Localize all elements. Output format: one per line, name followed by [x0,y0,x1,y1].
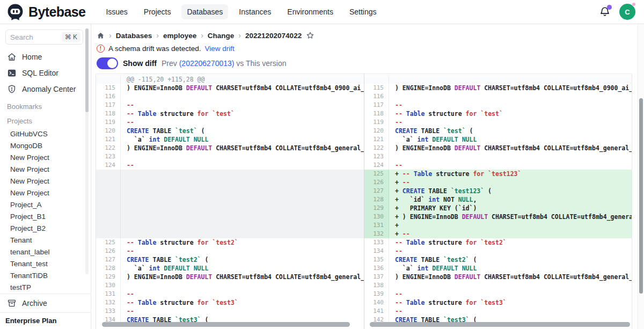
sidebar-project-item[interactable]: Project_A [0,199,91,211]
breadcrumb-item[interactable]: Databases [116,32,152,40]
prev-version-link[interactable]: (202206270013) [179,59,235,68]
avatar[interactable]: C [619,4,635,20]
code-token: for [197,239,209,246]
sidebar-item-home[interactable]: Home [0,49,91,65]
code-token: -- [395,162,402,169]
line-number: 138 [364,281,389,290]
sidebar-project-item[interactable]: Tenant_test [0,258,91,270]
code-token: Table [406,239,425,246]
home-icon[interactable] [97,32,105,40]
breadcrumb-separator: › [238,31,241,40]
show-diff-toggle[interactable] [97,57,118,69]
code-token: -- [127,247,134,255]
line-number: 132 [364,230,389,238]
code-token: CHARSET=utf8mb4 COLLATE=utf8mb4_0900_ai_… [480,84,632,92]
breadcrumb-separator: › [109,31,112,40]
line-number: 117 [96,101,121,109]
sidebar-project-item[interactable]: Project_B2 [0,223,91,235]
sidebar-project-item[interactable]: TenantTiDB [0,270,91,282]
sidebar-project-item[interactable]: tenant_label [0,246,91,258]
code-token: structure [425,299,465,306]
sidebar-project-item[interactable]: testTP [0,282,91,294]
code-line: -- [389,290,632,298]
breadcrumb-item[interactable]: employee [163,32,196,40]
search-input[interactable] [10,33,56,41]
sidebar-item-anomaly-center[interactable]: Anomaly Center [0,81,91,97]
line-number: 132 [96,298,121,307]
sidebar-item-archive[interactable]: Archive [0,294,91,312]
code-token: CHARSET=utf8mb4 COLLATE=utf8mb4_general_… [212,144,364,152]
nav-item-settings[interactable]: Settings [344,4,382,19]
code-line [121,195,364,204]
view-drift-link[interactable]: View drift [205,45,235,53]
prev-label: Prev [162,59,177,68]
code-token: ) ENGINE=InnoDB [402,213,462,221]
line-number [96,75,121,84]
line-number: 125 [364,170,389,178]
notification-badge [607,5,612,10]
line-number: 133 [96,307,121,316]
sidebar-project-item[interactable]: New Project [0,187,91,199]
sidebar-item-sql-editor[interactable]: SQL Editor [0,65,91,81]
diff-row: 122) ENGINE=InnoDB DEFAULT CHARSET=utf8m… [96,144,364,152]
code-token: + [395,230,402,238]
code-token: CHARSET=utf8mb4 COLLATE=utf8mb4_general_… [480,273,632,281]
line-number: 119 [96,118,121,127]
line-number: 136 [364,264,389,273]
sidebar-scrollbar-thumb[interactable] [85,28,89,112]
sidebar-project-item[interactable]: MongoDB [0,140,91,152]
line-number: 127 [96,255,121,264]
nav-item-projects[interactable]: Projects [138,4,177,19]
breadcrumb-item[interactable]: 20221202074022 [245,32,302,40]
code-token: -- [395,239,406,246]
sidebar-project-item[interactable]: GitHubVCS [0,128,91,140]
line-number: 115 [96,84,121,92]
nav-item-issues[interactable]: Issues [100,4,133,19]
code-token: TABLE [418,256,443,264]
diff-row: 126-- [96,247,364,255]
top-navbar: Bytebase IssuesProjectsDatabasesInstance… [0,0,644,24]
line-number [96,187,121,195]
code-line: -- [121,118,364,127]
diff-row: 131-- [96,290,364,298]
line-number: 120 [364,127,389,135]
line-number: 120 [96,127,121,135]
search-box[interactable]: ⌘ K [5,30,83,45]
code-token: for [466,239,477,246]
sidebar-project-item[interactable]: New Project [0,176,91,187]
code-token: -- [395,290,402,298]
line-number: 134 [364,247,389,255]
code-token: CHARSET=utf8mb4 COLLATE=utf8mb4_general_… [480,144,632,152]
star-icon[interactable] [306,31,314,40]
code-token: ( [197,127,205,135]
sidebar-project-item[interactable]: Project_B1 [0,211,91,223]
code-line: CREATE TABLE `test2` ( [121,255,364,264]
sidebar-project-item[interactable]: New Project [0,164,91,176]
code-line: -- [389,118,632,127]
nav-item-environments[interactable]: Environments [282,4,339,19]
code-token: ( [201,256,208,264]
nav-item-instances[interactable]: Instances [233,4,276,19]
right-horizontal-scrollbar[interactable] [370,322,630,327]
code-token: -- [127,110,138,118]
line-number [96,221,121,230]
diff-row: 120CREATE TABLE `test` ( [364,127,632,135]
code-token: -- [395,299,406,306]
code-token: Table [138,110,157,118]
code-token: -- [127,290,134,298]
breadcrumb-item[interactable]: Change [208,32,235,40]
diff-row: 116 [364,92,632,101]
brand[interactable]: Bytebase [0,3,85,21]
sidebar-project-item[interactable]: Tenant [0,235,91,246]
code-line: + CREATE TABLE `test123` ( [389,187,632,195]
left-horizontal-scrollbar[interactable] [102,322,350,327]
brand-name: Bytebase [28,4,85,20]
diff-row [364,75,632,84]
diff-row [96,204,364,213]
page-scrollbar-thumb[interactable] [639,98,643,294]
notifications-button[interactable] [599,6,611,18]
nav-item-databases[interactable]: Databases [181,4,228,19]
code-token: ( [466,127,473,135]
code-token: `test2` [175,256,201,264]
sidebar-project-item[interactable]: New Project [0,152,91,164]
